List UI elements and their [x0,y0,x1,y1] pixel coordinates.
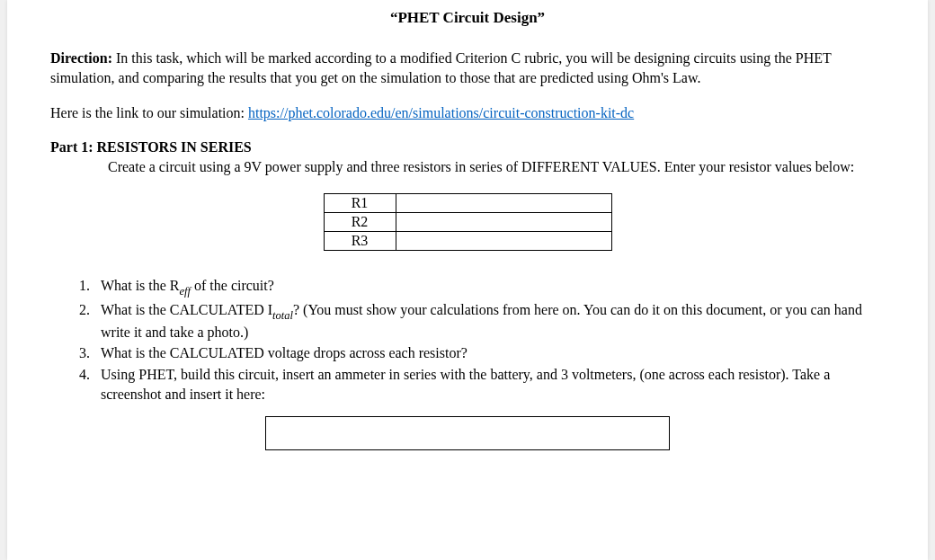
r2-label: R2 [324,212,396,231]
resistor-table: R1 R2 R3 [324,193,612,251]
question-4: Using PHET, build this circuit, insert a… [94,365,885,404]
direction-paragraph: Direction: In this task, which will be m… [50,49,885,87]
part1-instructions: Create a circuit using a 9V power supply… [50,157,885,177]
document-page: “PHET Circuit Design” Direction: In this… [7,0,928,560]
question-2: What is the CALCULATED Itotal? (You must… [94,300,885,342]
part1-heading: Part 1: RESISTORS IN SERIES [50,139,885,156]
r1-label: R1 [324,193,396,212]
link-prefix: Here is the link to our simulation: [50,105,248,120]
page-title: “PHET Circuit Design” [50,9,885,27]
direction-label: Direction: [50,50,112,66]
r1-value[interactable] [396,193,611,212]
question-1: What is the Reff of the circuit? [94,276,885,298]
r3-value[interactable] [396,231,611,250]
r3-label: R3 [324,231,396,250]
screenshot-placeholder[interactable] [265,416,670,450]
simulation-link[interactable]: https://phet.colorado.edu/en/simulations… [248,105,634,120]
r2-value[interactable] [396,212,611,231]
table-row: R1 [324,193,611,212]
question-3: What is the CALCULATED voltage drops acr… [94,343,885,363]
direction-text: In this task, which will be marked accor… [50,50,832,85]
simulation-link-line: Here is the link to our simulation: http… [50,105,885,121]
part1-instructions-text: Create a circuit using a 9V power supply… [108,159,854,174]
table-row: R2 [324,212,611,231]
question-list: What is the Reff of the circuit? What is… [94,276,885,404]
table-row: R3 [324,231,611,250]
